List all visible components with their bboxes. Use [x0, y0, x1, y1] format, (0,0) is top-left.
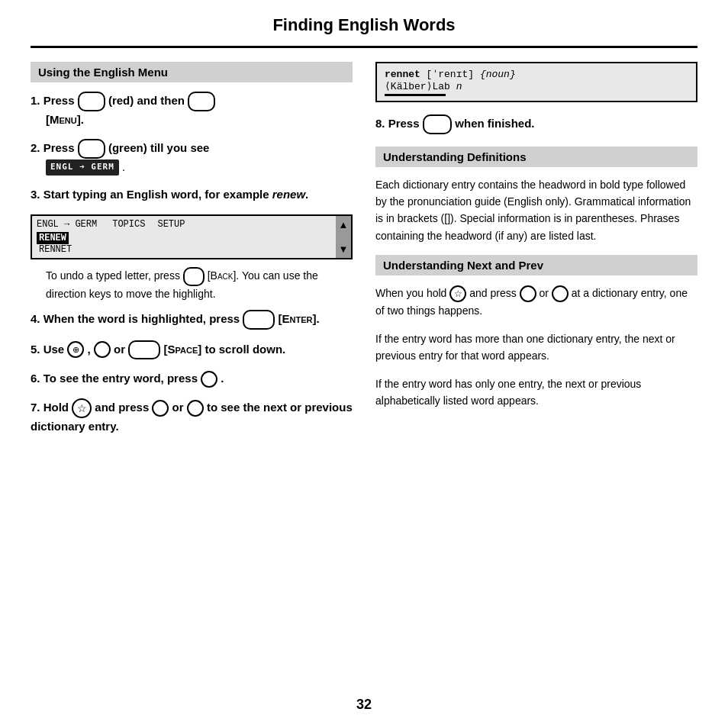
back-button	[183, 267, 205, 287]
step-3: 3. Start typing an English word, for exa…	[31, 186, 353, 204]
definition-text: Each dictionary entry contains the headw…	[375, 176, 697, 245]
step1-button2	[188, 92, 215, 111]
step-1: 1. Press (red) and then [Menu].	[31, 92, 353, 128]
screen-row2: RENEW	[37, 232, 69, 244]
step-8: 8. Press when finished.	[375, 114, 697, 134]
cursor-underline	[385, 94, 446, 96]
step7-down-btn	[187, 400, 204, 417]
step2-button	[78, 139, 105, 159]
next-prev-text-2: If the entry word has more than one dict…	[375, 330, 697, 365]
screen-row1-left: ENGL → GERM	[37, 219, 97, 230]
step4-enter-button	[243, 310, 275, 330]
step5-space-button	[128, 340, 160, 360]
step-2: 2. Press (green) till you see ENGL ➜ GER…	[31, 139, 353, 176]
next-prev-text-1: When you hold ☆ and press or at a dictio…	[375, 285, 697, 320]
right-column: rennet [ˈrenɪt] {noun} ⟨Kälber⟩Lab n 8. …	[375, 62, 697, 689]
step5-scroll-btn: ⊕	[67, 341, 84, 358]
left-column: Using the English Menu 1. Press (red) an…	[31, 62, 353, 689]
step7-star-btn: ☆	[72, 398, 92, 418]
step-7: 7. Hold ☆ and press or to see the next o…	[31, 398, 353, 436]
main-columns: Using the English Menu 1. Press (red) an…	[31, 62, 697, 689]
step8-button	[423, 114, 452, 134]
step7-up-btn	[152, 400, 169, 417]
screen-row3: RENNET	[37, 243, 74, 256]
engl-germ-badge: ENGL ➜ GERM	[46, 159, 119, 176]
step-6: 6. To see the entry word, press .	[31, 370, 353, 388]
section-header-english-menu: Using the English Menu	[31, 62, 353, 82]
lcd-screen: ENGL → GERM TOPICS SETUP RENEW RENNET ▲ …	[31, 214, 353, 259]
next-prev-text-3: If the entry word has only one entry, th…	[375, 375, 697, 410]
page-title: Finding English Words	[31, 15, 697, 41]
step1-button1	[78, 92, 105, 111]
section-header-next-prev: Understanding Next and Prev	[375, 255, 697, 275]
section-header-definitions: Understanding Definitions	[375, 147, 697, 167]
next-prev-star-btn: ☆	[449, 285, 466, 302]
page-number: 32	[31, 697, 697, 713]
screen-arrows: ▲ ▼	[336, 216, 351, 258]
screen-row1-right: SETUP	[157, 219, 185, 230]
screen-row1-mid: TOPICS	[112, 219, 145, 230]
undo-text: To undo a typed letter, press [Back]. Yo…	[46, 267, 353, 303]
title-divider	[31, 46, 697, 48]
next-prev-down-btn	[552, 285, 569, 302]
page-container: Finding English Words Using the English …	[0, 0, 728, 728]
step5-circle-btn	[94, 341, 111, 358]
step-4: 4. When the word is highlighted, press […	[31, 310, 353, 330]
step6-circle-btn	[201, 371, 217, 388]
step-5: 5. Use ⊕ , or [Space] to scroll down.	[31, 340, 353, 360]
rennet-screen: rennet [ˈrenɪt] {noun} ⟨Kälber⟩Lab n	[375, 62, 697, 102]
next-prev-up-btn	[520, 285, 536, 302]
